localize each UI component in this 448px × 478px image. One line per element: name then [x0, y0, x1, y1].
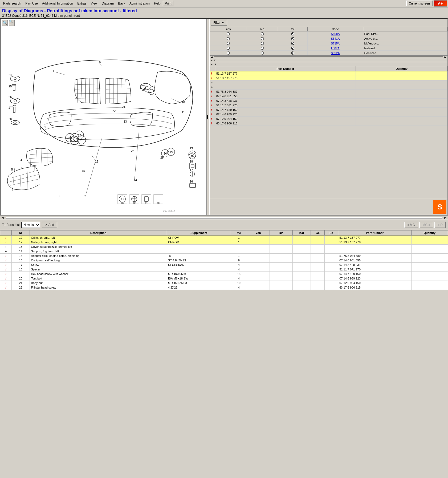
menu-part-use[interactable]: Part Use: [23, 1, 40, 6]
filter-code[interactable]: L807A: [308, 46, 363, 51]
row-info[interactable]: i: [210, 71, 215, 76]
menu-print[interactable]: Print: [163, 1, 174, 6]
hscroll-right-btn[interactable]: ►: [443, 216, 448, 220]
table-row: i 51 75 8 044 389: [210, 90, 447, 94]
row-info[interactable]: i: [210, 103, 215, 108]
current-screen-button[interactable]: Current screen: [406, 1, 433, 6]
menu-administration[interactable]: Administration: [127, 1, 152, 6]
filter-no-radio[interactable]: [247, 46, 278, 51]
filter-no-radio[interactable]: [247, 51, 278, 55]
row-bis: [270, 245, 292, 249]
row-info[interactable]: i: [210, 76, 215, 80]
filter-yes-radio[interactable]: [210, 41, 247, 46]
row-info[interactable]: +: [0, 249, 12, 254]
row-supplement: CHROM: [167, 240, 231, 245]
row-info[interactable]: i: [0, 276, 12, 281]
warning-icon: S: [433, 200, 446, 214]
menu-help[interactable]: Help: [152, 1, 163, 6]
filter-hscroll-right[interactable]: ►: [444, 55, 447, 59]
filter-up-arrow[interactable]: ▲: [211, 59, 213, 62]
panel-divider[interactable]: ▌: [207, 19, 210, 215]
menu-view[interactable]: View: [88, 1, 100, 6]
filter-button[interactable]: Filter ▼: [211, 20, 227, 26]
row-info[interactable]: i: [0, 272, 12, 276]
filter-check-radio[interactable]: [278, 36, 307, 41]
row-info[interactable]: i: [210, 108, 215, 112]
filter-no-radio[interactable]: [247, 31, 278, 36]
th-supplement: Supplement: [167, 230, 231, 236]
filter-check-radio[interactable]: [278, 46, 307, 51]
filter-code[interactable]: S508A: [308, 31, 363, 36]
filter-code[interactable]: S541A: [308, 36, 363, 41]
prev-d-button[interactable]: « D: [434, 222, 446, 228]
menu-diagram[interactable]: Diagram: [100, 1, 116, 6]
row-info[interactable]: +: [0, 245, 12, 249]
next-mg-button[interactable]: MG »: [419, 222, 433, 228]
filter-code[interactable]: S715A: [308, 41, 363, 46]
row-info[interactable]: i: [0, 236, 12, 240]
menu-back[interactable]: Back: [116, 1, 127, 6]
row-info[interactable]: i: [0, 281, 12, 285]
filter-yes-radio[interactable]: [210, 46, 247, 51]
filter-desc: M Aerody...: [363, 41, 447, 46]
row-kat: [292, 245, 311, 249]
row-von: [247, 254, 270, 258]
row-info[interactable]: +: [210, 85, 215, 90]
row-info[interactable]: i: [0, 258, 12, 263]
parts-table: Part Number Quantity i 51 13 7 157 277 i…: [210, 66, 447, 126]
menu-extras[interactable]: Extras: [75, 1, 88, 6]
zoom-out-button[interactable]: 🔍: [2, 20, 8, 26]
row-info[interactable]: i: [0, 285, 12, 290]
menu-parts-search[interactable]: Parts search: [1, 1, 23, 6]
row-von: [247, 263, 270, 267]
row-qty: [411, 263, 448, 267]
menu-additional-info[interactable]: Additional Information: [40, 1, 75, 6]
filter-hscroll-left[interactable]: ◄: [210, 55, 213, 59]
filter-yes-radio[interactable]: [210, 31, 247, 36]
filter-down-arrow[interactable]: ▼: [214, 59, 216, 62]
prev-mg-button[interactable]: « MG: [404, 222, 418, 228]
row-info[interactable]: i: [210, 112, 215, 117]
svg-text:19: 19: [190, 147, 193, 150]
add-button[interactable]: ✓ Add: [42, 222, 57, 228]
filter-code[interactable]: S992A: [308, 51, 363, 55]
filter-check-radio[interactable]: [278, 41, 307, 46]
row-info[interactable]: i: [0, 267, 12, 272]
svg-text:10: 10: [182, 101, 185, 104]
th-von: Von: [247, 230, 270, 236]
parts-up-arrow[interactable]: ▲: [211, 63, 213, 66]
filter-yes-radio[interactable]: [210, 36, 247, 41]
row-qty: [356, 121, 447, 126]
row-info[interactable]: i: [210, 99, 215, 103]
filter-no-radio[interactable]: [247, 41, 278, 46]
row-info[interactable]: i: [0, 263, 12, 267]
row-info[interactable]: i: [210, 90, 215, 94]
filter-no-radio[interactable]: [247, 36, 278, 41]
filter-check-radio[interactable]: [278, 31, 307, 36]
row-info[interactable]: i: [0, 240, 12, 245]
row-le: [324, 281, 338, 285]
nav-buttons: « MG MG » « D: [404, 222, 446, 228]
row-partnumber: [338, 245, 411, 249]
header-subtitle: 3' E92 Coupé 316i ECE N: 51_6244 M trim …: [2, 14, 446, 18]
new-list-select[interactable]: New list: [21, 222, 40, 228]
table-row: i 20 Torx bolt ISA M6X18 SW 4 07 14 6 95…: [0, 276, 448, 281]
row-info[interactable]: +: [210, 80, 215, 85]
row-kat: [292, 263, 311, 267]
row-info[interactable]: i: [210, 94, 215, 99]
filter-check-radio[interactable]: [278, 51, 307, 55]
row-qty: [411, 267, 448, 272]
row-info[interactable]: i: [0, 254, 12, 258]
svg-text:3: 3: [58, 195, 59, 198]
svg-text:29: 29: [160, 156, 164, 159]
row-supplement: [167, 249, 231, 254]
filter-yes-radio[interactable]: [210, 51, 247, 55]
hscroll-left-btn[interactable]: ◄: [0, 216, 5, 220]
zoom-in-button[interactable]: 🔍+: [9, 20, 15, 26]
svg-text:22: 22: [133, 202, 136, 204]
row-me: 1: [231, 240, 247, 245]
row-info[interactable]: i: [210, 121, 215, 126]
row-info[interactable]: i: [210, 117, 215, 121]
row-desc: Body nut: [30, 281, 167, 285]
parts-down-arrow[interactable]: ▼: [214, 63, 217, 66]
